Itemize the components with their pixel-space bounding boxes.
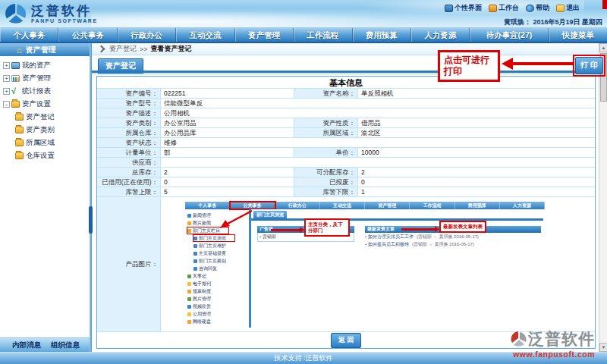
logo-subtitle: FANPU SOFTWARE [31,18,98,24]
tree-item-asset-settings[interactable]: -资产设置 [0,98,90,111]
form-row: 资产型号： 佳能微型单反 [97,99,595,108]
splitter-handle[interactable] [89,206,93,234]
watermark: 泛普软件 www.fanpusoft.com [510,328,595,359]
mini-nav: 个人事务 公共事务 行政办公 互动交流 资产管理 工作流程 费用预算 人力资源 [185,202,545,209]
field-value: 1 [358,187,595,196]
field-label: 可分配库存： [294,168,358,177]
expand-icon[interactable]: + [3,62,10,69]
sidebar-tree: +我的资产 +资产管理 +√统计报表 -资产设置 资产登记 资产类别 所属区域 … [0,56,90,337]
mini-icon [187,221,191,225]
nav-tab-assets[interactable]: 资产管理 [235,28,294,42]
link-personal-ui[interactable]: 个性界面 [445,3,482,13]
nav-tab-workflow[interactable]: 工作流程 [294,28,352,42]
form-row: 资产状态： 维修 [97,138,595,148]
breadcrumb-arrow-icon [98,46,105,53]
mini-nav-tab: 人力资源 [500,202,545,209]
link-help[interactable]: 帮助 [526,3,549,13]
field-value: 10000 [358,148,595,157]
link-internal-message[interactable]: 内部消息 [12,340,41,350]
mini-icon [193,237,197,240]
form-row: 计量单位： 部 单价： 10000 [97,148,595,158]
product-image-row: 产品图片： 个人事务 公共事务 行政办公 互动交流 资产管理 工作流程 费用预算… [97,197,595,332]
mini-annotation-category: 主页分类，及下分部门 [304,218,350,237]
expand-icon[interactable]: + [3,88,10,95]
nav-tab-shortcut[interactable]: 快捷菜单 [549,28,607,42]
print-highlight-box: 打 印 [573,55,605,77]
tab-strip: 资产登记 [92,55,599,76]
field-value: 维修 [161,138,595,147]
tree-item-reports[interactable]: +√统计报表 [0,85,90,98]
nav-tab-todo[interactable]: 待办事宜(27) [470,28,549,42]
nav-tab-personal[interactable]: 个人事务 [0,28,58,42]
form-row: 资产编号： 022251 资产名称： 单反照相机 [97,89,595,99]
mini-nav-tab: 费用预算 [455,202,500,209]
scroll-up-button[interactable]: ▲ [599,43,607,52]
folder-icon [15,140,24,146]
nav-tab-interact[interactable]: 互动交流 [176,28,234,42]
link-org-info[interactable]: 组织信息 [51,340,80,350]
field-label: 资产描述： [97,108,161,118]
main-content: 资产登记 >> 查看资产登记 资产登记 点击可进行打印 打 印 基本信息 资产编… [92,43,607,352]
mini-nav-tab: 工作流程 [410,202,454,209]
mini-icon [187,312,191,316]
folder-icon [11,101,20,108]
sky-header: 泛普软件 FANPU SOFTWARE 个性界面 工作台 帮助 退出 黄琪焕： … [0,0,607,27]
fanpu-logo: 泛普软件 FANPU SOFTWARE [5,2,98,25]
mini-icon [187,275,191,278]
field-value [161,158,595,167]
breadcrumb-separator: >> [140,46,148,53]
collapse-icon[interactable]: - [3,101,10,108]
tree-item-asset-mgmt[interactable]: +资产管理 [0,72,90,85]
tab-underline [92,71,599,73]
breadcrumb-parent[interactable]: 资产登记 [109,44,137,54]
tree-item-my-assets[interactable]: +我的资产 [0,59,90,72]
folder-icon [15,114,24,121]
interface-icon [445,5,453,12]
field-value: 渝北区 [358,128,595,137]
nav-tab-hr[interactable]: 人力资源 [411,28,470,42]
field-label: 资产型号： [97,99,161,108]
watermark-url: www.fanpusoft.com [510,350,595,359]
nav-tab-budget[interactable]: 费用预算 [353,28,411,42]
tree-item-warehouse[interactable]: 仓库设置 [0,149,90,162]
mini-nav-tab: 行政办公 [275,202,320,209]
field-value: 办公室用品 [161,118,294,127]
mini-article: •如何提高员工积极性(营销部 → 黄琪焕 2016-05-17) [365,240,541,248]
tree-item-asset-register[interactable]: 资产登记 [0,111,90,124]
logo-title: 泛普软件 [31,5,98,18]
nav-tab-public[interactable]: 公共事务 [58,28,117,42]
application-window: 泛普软件 FANPU SOFTWARE 个性界面 工作台 帮助 退出 黄琪焕： … [0,0,607,364]
nav-tab-admin[interactable]: 行政办公 [118,28,176,42]
field-value: 佳能微型单反 [161,99,595,108]
mini-tree: 新闻管理 图片新闻 部门主页栏目 部门主页浏览 部门主页维护 主页基础设置 部门… [185,209,249,328]
field-label: 供应商： [97,158,161,167]
mini-nav-tab: 个人事务 [185,202,230,209]
link-exit[interactable]: 退出 [556,3,580,13]
mini-icon [187,320,191,324]
annotation-arrowhead [502,58,513,70]
field-label: 库警上限： [97,187,161,196]
expand-icon[interactable]: + [3,75,10,82]
scroll-down-button[interactable]: ▼ [599,343,607,352]
mini-nav-tab: 互动交流 [320,202,365,209]
tree-item-asset-category[interactable]: 资产类别 [0,124,90,136]
quick-links: 个性界面 工作台 帮助 退出 [445,3,580,13]
mini-article: •如何合理安排员工工作(营销部 → 黄琪焕 2016-05-17) [365,233,541,240]
breadcrumb-current: 查看资产登记 [151,44,192,54]
folder-icon [11,62,20,69]
form-row: 总库存： 2 可分配库存： 2 [97,168,595,177]
field-label: 已借用(正在使用)： [97,177,161,187]
tree-item-region[interactable]: 所属区域 [0,136,90,149]
field-value: 借用品 [358,118,595,127]
link-workbench[interactable]: 工作台 [489,3,519,13]
field-label: 资产名称： [294,89,358,98]
vertical-scrollbar[interactable]: ▲ ▼ [599,43,607,352]
print-button[interactable]: 打 印 [575,57,603,74]
folder-icon [15,127,24,133]
back-button[interactable]: 返 回 [331,333,362,348]
field-label: 已报废： [294,177,358,187]
form-row: 所属仓库： 办公用品库 所属区域： 渝北区 [97,128,595,138]
field-value: 公用相机 [161,108,595,118]
mini-annotation-arrow [401,228,435,231]
mini-nav-tab: 资产管理 [365,202,410,209]
